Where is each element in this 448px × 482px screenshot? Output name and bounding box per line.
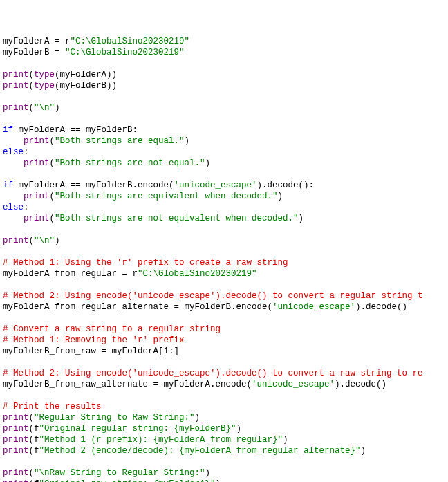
token-op: ) <box>195 413 200 423</box>
token-str: "Both strings are equivalent when decode… <box>55 192 278 201</box>
token-op: = myFolderA.encode( <box>148 380 252 389</box>
token-str: "Method 1 (r prefix): {myFolderA_from_re… <box>39 435 283 445</box>
token-op: (f <box>29 479 39 482</box>
token-id: myFolderA_from_regular <box>3 269 117 279</box>
token-op: ) <box>299 214 304 223</box>
token-op: ) <box>55 103 60 113</box>
token-op: = myFolderB.encode( <box>169 302 272 312</box>
token-cm: # Method 1: Removing the 'r' prefix <box>3 335 185 345</box>
token-bi: print <box>3 103 29 113</box>
code-line: myFolderA_from_regular_alternate = myFol… <box>3 302 445 313</box>
token-cm: # Print the results <box>3 402 102 411</box>
token-op: ).decode() <box>355 302 407 312</box>
code-line: if myFolderA == myFolderB: <box>3 124 445 136</box>
token-str: "Original raw string: {myFolderA}" <box>39 479 216 482</box>
token-op: : <box>24 147 29 157</box>
code-line <box>3 58 445 69</box>
token-op: ) <box>283 435 288 445</box>
code-line: myFolderB = "C:\GlobalSino20230219" <box>3 47 445 58</box>
code-line: print("\nRaw String to Regular String:") <box>3 467 445 479</box>
code-line: myFolderB_from_raw = myFolderA[1:] <box>3 346 445 357</box>
token-op: ) <box>205 158 211 168</box>
token-str: "C:\GlobalSino20230219" <box>138 269 257 279</box>
token-bi: print <box>24 158 50 168</box>
token-op: = <box>50 48 66 57</box>
token-op: ( <box>50 214 55 223</box>
code-line: print("Both strings are not equal.") <box>3 158 445 169</box>
token-op: = r <box>50 37 71 46</box>
token-bi: print <box>24 214 50 223</box>
token-kw: else <box>3 147 24 157</box>
token-op <box>3 158 24 168</box>
token-bi: print <box>24 192 50 201</box>
code-line: # Method 2: Using encode('unicode_escape… <box>3 368 445 379</box>
code-line: print(f"Original regular string: {myFold… <box>3 423 445 434</box>
token-str: "Both strings are not equal." <box>55 158 205 168</box>
code-line: # Method 1: Removing the 'r' prefix <box>3 335 445 346</box>
token-bi: print <box>3 424 29 434</box>
token-id: myFolderB_from_raw_alternate <box>3 380 148 389</box>
token-op: ) <box>205 468 211 478</box>
token-kw: if <box>3 125 13 135</box>
code-line: # Method 2: Using encode('unicode_escape… <box>3 290 445 302</box>
token-str: "Both strings are equal." <box>55 136 185 146</box>
code-line <box>3 313 445 324</box>
token-bi: print <box>3 236 29 245</box>
code-line <box>3 456 445 467</box>
token-str: 'unicode_escape' <box>252 380 335 389</box>
token-bi: print <box>3 413 29 423</box>
token-id: myFolderB_from_raw <box>3 346 96 356</box>
token-op <box>3 214 24 223</box>
token-bi: print <box>3 446 29 456</box>
token-id: myFolderA_from_regular_alternate <box>3 302 169 312</box>
token-op: ( <box>50 192 55 201</box>
code-line: print("Both strings are not equivalent w… <box>3 213 445 224</box>
token-op: (f <box>29 446 39 456</box>
token-op: ( <box>29 81 35 91</box>
code-line <box>3 357 445 368</box>
token-op: ) <box>55 236 60 245</box>
token-op: (f <box>29 435 39 445</box>
code-line: print(type(myFolderA)) <box>3 69 445 80</box>
token-str: "Both strings are not equivalent when de… <box>55 214 299 223</box>
token-op: ( <box>29 103 35 113</box>
token-op: (myFolderA)) <box>55 70 117 80</box>
code-line <box>3 390 445 401</box>
code-line <box>3 279 445 290</box>
token-op: ( <box>29 468 35 478</box>
code-line <box>3 246 445 257</box>
token-str: 'unicode_escape' <box>272 302 355 312</box>
code-line <box>3 113 445 124</box>
token-op: ( <box>50 158 55 168</box>
token-op: ) <box>278 192 283 201</box>
code-block: myFolderA = r"C:\GlobalSino20230219"myFo… <box>3 36 445 482</box>
token-id: myFolderA <box>3 37 50 46</box>
token-str: "Regular String to Raw String:" <box>34 413 195 423</box>
token-cm: # Method 1: Using the 'r' prefix to crea… <box>3 258 288 268</box>
token-op: (f <box>29 424 39 434</box>
token-kw: if <box>3 180 13 190</box>
code-line: # Method 1: Using the 'r' prefix to crea… <box>3 257 445 268</box>
code-line <box>3 224 445 235</box>
token-op: ).decode() <box>335 380 386 389</box>
token-num: 1 <box>164 346 169 356</box>
token-bi: type <box>34 70 55 80</box>
token-cm: # Convert a raw string to a regular stri… <box>3 324 221 334</box>
token-bi: print <box>3 70 29 80</box>
token-str: "C:\GlobalSino20230219" <box>71 37 190 46</box>
code-line: else: <box>3 147 445 158</box>
code-line: print("Both strings are equal.") <box>3 136 445 147</box>
token-str: "Method 2 (encode/decode): {myFolderA_fr… <box>39 446 361 456</box>
token-str: 'unicode_escape' <box>174 180 257 190</box>
token-bi: type <box>34 81 55 91</box>
code-line: print("Both strings are equivalent when … <box>3 191 445 202</box>
token-bi: print <box>3 468 29 478</box>
code-line: print(f"Method 2 (encode/decode): {myFol… <box>3 445 445 456</box>
token-op: myFolderA == myFolderB: <box>13 125 138 135</box>
token-str: "\n" <box>34 103 55 113</box>
code-line: print("\n") <box>3 235 445 246</box>
code-line <box>3 91 445 102</box>
code-line: # Print the results <box>3 401 445 412</box>
code-line: else: <box>3 202 445 213</box>
token-cm: # Method 2: Using encode('unicode_escape… <box>3 369 423 378</box>
